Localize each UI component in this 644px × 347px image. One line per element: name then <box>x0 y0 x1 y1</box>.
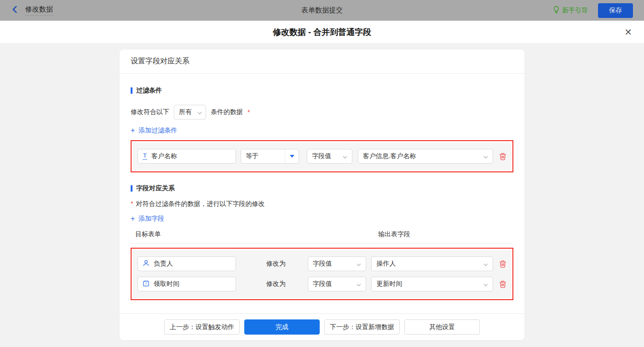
chevron-down-icon <box>197 108 202 116</box>
required-mark: * <box>247 108 250 116</box>
filter-field-input[interactable]: T 客户名称 <box>138 149 236 164</box>
divider <box>131 243 513 244</box>
mapping-row: 负责人 修改为 字段值 操作人 <box>138 256 506 271</box>
other-settings-button[interactable]: 其他设置 <box>404 319 480 335</box>
prev-step-button[interactable]: 上一步：设置触发动作 <box>164 319 240 335</box>
filter-highlight-box: T 客户名称 等于 字段值 <box>131 140 513 172</box>
guide-link[interactable]: 新手引导 <box>553 6 588 15</box>
output-field-column-header: 输出表字段 <box>378 230 410 239</box>
chevron-down-icon <box>343 153 347 160</box>
chevron-down-icon <box>483 153 488 160</box>
user-icon <box>143 260 150 268</box>
add-filter-condition-link[interactable]: + 添加过滤条件 <box>131 126 177 135</box>
match-prefix-label: 修改符合以下 <box>131 108 169 116</box>
filter-condition-row: T 客户名称 等于 字段值 <box>138 149 506 164</box>
value-select[interactable]: 客户信息.客户名称 <box>358 149 493 164</box>
dialog-title: 修改数据 - 合并到普通字段 <box>273 27 371 38</box>
value-select[interactable]: 操作人 <box>371 256 493 271</box>
operator-select[interactable]: 等于 <box>241 149 299 164</box>
operator-caret-button[interactable] <box>285 149 299 163</box>
match-scope-select[interactable]: 所有 <box>174 105 206 119</box>
add-field-link[interactable]: + 添加字段 <box>131 215 164 223</box>
action-label: 修改为 <box>266 280 286 288</box>
action-label: 修改为 <box>266 260 286 268</box>
dialog-header: 修改数据 - 合并到普通字段 ✕ <box>0 21 644 44</box>
match-condition-row: 修改符合以下 所有 条件的数据 * <box>131 105 513 119</box>
calendar-icon: 7 <box>143 280 150 288</box>
done-button[interactable]: 完成 <box>244 319 320 335</box>
plus-icon: + <box>131 215 135 222</box>
chevron-down-icon <box>483 260 488 267</box>
target-field-input[interactable]: 7 领取时间 <box>138 277 236 291</box>
trash-icon <box>499 153 506 160</box>
chevron-down-icon <box>356 280 361 288</box>
next-step-button[interactable]: 下一步：设置新增数据 <box>324 319 400 335</box>
mapping-highlight-box: 负责人 修改为 字段值 操作人 <box>131 248 513 300</box>
mapping-row: 7 领取时间 修改为 字段值 更新时间 <box>138 277 506 291</box>
value-select[interactable]: 更新时间 <box>371 277 493 291</box>
mapping-section-title: 字段对应关系 <box>131 184 513 193</box>
value-type-select[interactable]: 字段值 <box>307 149 352 164</box>
mapping-description: * 对符合过滤条件的数据，进行以下字段的修改 <box>131 200 513 208</box>
flow-name[interactable]: 修改数据 <box>25 5 53 16</box>
chevron-left-icon <box>11 6 19 15</box>
value-type-select[interactable]: 字段值 <box>308 277 367 291</box>
topbar-title: 表单数据提交 <box>0 6 644 15</box>
value-type-select[interactable]: 字段值 <box>308 256 367 271</box>
save-button[interactable]: 保存 <box>598 3 633 18</box>
delete-mapping-button[interactable] <box>499 280 506 288</box>
caret-down-icon <box>290 155 294 158</box>
target-form-column-header: 目标表单 <box>135 230 161 239</box>
card-header: 设置字段对应关系 <box>120 50 524 74</box>
trash-icon <box>499 280 506 288</box>
dialog-body: 设置字段对应关系 过滤条件 修改符合以下 所有 条件的数据 * + <box>0 50 644 347</box>
target-field-input[interactable]: 负责人 <box>138 256 236 271</box>
text-field-icon: T <box>143 153 147 160</box>
delete-condition-button[interactable] <box>499 153 506 160</box>
close-icon[interactable]: ✕ <box>624 28 632 37</box>
required-mark: * <box>131 200 133 207</box>
section-accent-bar <box>131 185 132 192</box>
topbar: 修改数据 表单数据提交 新手引导 保存 <box>0 0 644 21</box>
svg-text:7: 7 <box>145 282 147 285</box>
chevron-down-icon <box>483 280 488 288</box>
section-accent-bar <box>131 87 132 94</box>
settings-card: 设置字段对应关系 过滤条件 修改符合以下 所有 条件的数据 * + <box>120 50 524 340</box>
trash-icon <box>499 260 506 268</box>
guide-label: 新手引导 <box>562 6 588 15</box>
mapping-column-headers: 目标表单 输出表字段 <box>131 230 513 239</box>
delete-mapping-button[interactable] <box>499 260 506 268</box>
card-footer: 上一步：设置触发动作 完成 下一步：设置新增数据 其他设置 <box>120 313 524 340</box>
match-suffix-label: 条件的数据 <box>211 108 243 116</box>
filter-section-title: 过滤条件 <box>131 86 513 95</box>
plus-icon: + <box>131 127 135 134</box>
chevron-down-icon <box>356 260 361 267</box>
back-button[interactable] <box>11 6 19 15</box>
lightbulb-icon <box>553 6 559 15</box>
